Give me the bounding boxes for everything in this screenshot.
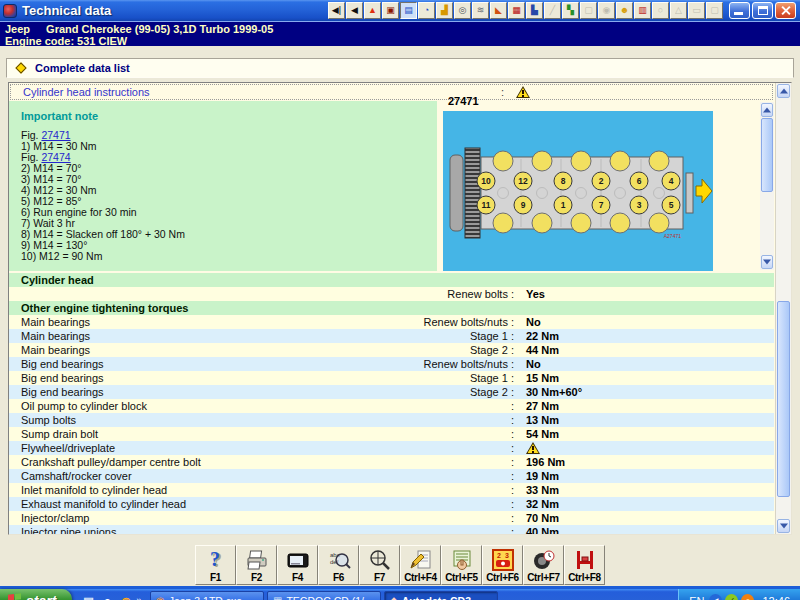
row-value: 15 Nm xyxy=(526,371,559,385)
boxes-button[interactable]: ▢ xyxy=(706,2,723,19)
technical-data-button[interactable]: ▤ xyxy=(400,2,417,19)
show-desktop-icon[interactable]: ▤ xyxy=(80,593,96,600)
restore-button[interactable] xyxy=(752,2,773,19)
row-value: 54 Nm xyxy=(526,427,559,441)
engine-button[interactable]: ▙ xyxy=(526,2,543,19)
table-row[interactable]: Big end bearings Stage 2 : 30 Nm+60° xyxy=(9,385,774,399)
table-row[interactable]: Sump drain bolt : 54 Nm xyxy=(9,427,774,441)
instructions-row[interactable]: Cylinder head instructions : xyxy=(10,84,773,100)
wheel-clock-ctrlf7-button[interactable]: Ctrl+F7 xyxy=(523,545,564,585)
table-row[interactable]: Exhaust manifold to cylinder head : 32 N… xyxy=(9,497,774,511)
row-separator: : xyxy=(351,511,514,525)
text-search-f6-button[interactable]: abc def F6 xyxy=(318,545,359,585)
nav-first-button[interactable]: ◀| xyxy=(328,2,345,19)
wheels-button[interactable]: ◎ xyxy=(454,2,471,19)
bulb-button[interactable]: ○ xyxy=(652,2,669,19)
start-button[interactable]: start xyxy=(0,589,72,600)
service-times-button[interactable]: ◔ xyxy=(418,2,435,19)
table-row[interactable]: Flywheel/driveplate : xyxy=(9,441,774,455)
scrollbar-thumb[interactable] xyxy=(761,118,773,192)
monitor-button[interactable]: ▣ xyxy=(382,2,399,19)
svg-text:9: 9 xyxy=(521,200,526,210)
lift-button[interactable]: ▦ xyxy=(508,2,525,19)
wiper-button[interactable]: ╱ xyxy=(544,2,561,19)
close-button[interactable] xyxy=(775,2,796,19)
lift-ctrlf8-button[interactable]: Ctrl+F8 xyxy=(564,545,605,585)
table-row[interactable]: Injector/clamp : 70 Nm xyxy=(9,511,774,525)
row-label: Crankshaft pulley/damper centre bolt xyxy=(9,455,351,469)
table-row[interactable]: Other engine tightening torques xyxy=(9,301,774,315)
figure-scrollbar[interactable] xyxy=(760,102,774,270)
scroll-down-icon[interactable] xyxy=(777,519,790,533)
ramp-button[interactable]: ◣ xyxy=(490,2,507,19)
table-row[interactable]: Big end bearings Stage 1 : 15 Nm xyxy=(9,371,774,385)
row-separator: Stage 1 : xyxy=(351,329,514,343)
language-bar-icon[interactable]: ◄ xyxy=(709,594,722,600)
table-row[interactable]: Oil pump to cylinder block : 27 Nm xyxy=(9,399,774,413)
row-label: Main bearings xyxy=(9,343,351,357)
task-button[interactable]: ◆ Autodata CD3 - [... xyxy=(384,591,498,600)
antivirus-icon[interactable]: ✓ xyxy=(725,594,738,600)
service-schedule-ctrlf6-button[interactable]: 2 3 Ctrl+F6 xyxy=(482,545,523,585)
app-icon xyxy=(3,4,17,18)
clutch-button[interactable]: ◉ xyxy=(598,2,615,19)
table-row[interactable]: Main bearings Stage 2 : 44 Nm xyxy=(9,343,774,357)
folder-button[interactable]: ▢ xyxy=(580,2,597,19)
language-indicator[interactable]: EN xyxy=(689,595,704,600)
table-row[interactable]: Camshaft/rocker cover : 19 Nm xyxy=(9,469,774,483)
screen-f4-button[interactable]: F4 xyxy=(277,545,318,585)
table-row[interactable]: Cylinder head xyxy=(9,273,774,287)
find-f7-button[interactable]: F7 xyxy=(359,545,400,585)
table-row[interactable]: Renew bolts : Yes xyxy=(9,287,774,301)
bodywork-button[interactable]: ▟ xyxy=(436,2,453,19)
vehicle-model: Grand Cherokee (99-05) 3,1D Turbo 1999-0… xyxy=(46,23,273,35)
lift-icon xyxy=(573,548,597,572)
breadcrumb[interactable]: Complete data list xyxy=(6,58,794,78)
warning-button[interactable]: ▲ xyxy=(364,2,381,19)
trolley-button[interactable]: ▥ xyxy=(634,2,651,19)
clock[interactable]: 12:46 xyxy=(762,595,790,600)
quick-launch: ▤ e ◉ xyxy=(80,593,134,600)
table-row[interactable]: Inlet manifold to cylinder head : 33 Nm xyxy=(9,483,774,497)
scroll-up-icon[interactable] xyxy=(777,84,790,98)
table-row[interactable]: Sump bolts : 13 Nm xyxy=(9,413,774,427)
app-body: Complete data list Cylinder head instruc… xyxy=(0,58,800,586)
system-tray: EN ◄ ✓ ● 12:46 xyxy=(678,589,800,600)
scroll-up-icon[interactable] xyxy=(761,103,773,117)
row-separator: : xyxy=(351,441,514,455)
diagnostics-button[interactable]: ▚ xyxy=(562,2,579,19)
task-icon: ◆ xyxy=(390,595,398,600)
parts-list-ctrlf5-button[interactable]: Ctrl+F5 xyxy=(441,545,482,585)
table-row[interactable]: Big end bearings Renew bolts/nuts : No xyxy=(9,357,774,371)
main-scrollbar[interactable] xyxy=(775,83,791,534)
nav-back-button[interactable]: ◀ xyxy=(346,2,363,19)
table-row[interactable]: Main bearings Stage 1 : 22 Nm xyxy=(9,329,774,343)
task-button[interactable]: ◉ Jeep 3.1TD схема... xyxy=(150,591,264,600)
firefox-icon[interactable]: ◉ xyxy=(118,593,134,600)
driver-info-button[interactable]: ☻ xyxy=(616,2,633,19)
scroll-down-icon[interactable] xyxy=(761,255,773,269)
table-row[interactable]: Crankshaft pulley/damper centre bolt : 1… xyxy=(9,455,774,469)
edit-note-ctrlf4-button[interactable]: Ctrl+F4 xyxy=(400,545,441,585)
help-f1-button[interactable]: ? ? F1 xyxy=(195,545,236,585)
scrollbar-thumb[interactable] xyxy=(777,301,790,497)
table-row[interactable]: Main bearings Renew bolts/nuts : No xyxy=(9,315,774,329)
minimize-button[interactable] xyxy=(729,2,750,19)
minimize-icon xyxy=(734,12,743,15)
row-value: 196 Nm xyxy=(526,455,565,469)
agent-icon[interactable]: ● xyxy=(741,594,754,600)
printer-icon xyxy=(245,548,269,572)
row-label: Inlet manifold to cylinder head xyxy=(9,483,351,497)
table-row[interactable]: Injector pipe unions : 40 Nm xyxy=(9,525,774,534)
print-f2-button[interactable]: F2 xyxy=(236,545,277,585)
task-button[interactable]: ▦ TECDOC CD (1/20... xyxy=(267,591,381,600)
car-button[interactable]: ▭ xyxy=(688,2,705,19)
help-icon: ? ? xyxy=(204,548,228,572)
quick-launch-overflow[interactable]: » xyxy=(136,595,142,600)
belts-button[interactable]: ≋ xyxy=(472,2,489,19)
row-value: 33 Nm xyxy=(526,483,559,497)
ie-icon[interactable]: e xyxy=(99,593,115,600)
close-icon xyxy=(776,3,795,18)
svg-text:1: 1 xyxy=(561,200,566,210)
jack-button[interactable]: △ xyxy=(670,2,687,19)
